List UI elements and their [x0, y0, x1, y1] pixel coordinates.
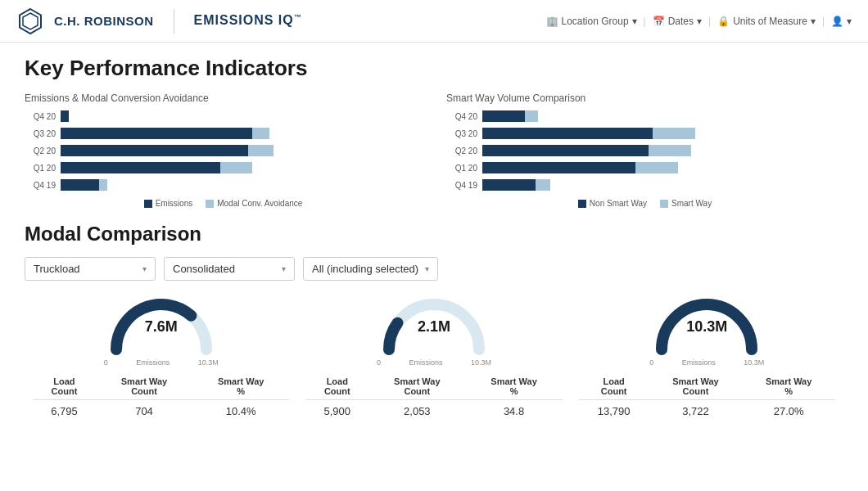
svg-marker-1	[23, 13, 38, 29]
logo-text: C.H. ROBINSON	[54, 14, 154, 28]
logo-icon	[16, 7, 44, 35]
legend-color-emissions	[144, 200, 152, 208]
main-content: Key Performance Indicators Emissions & M…	[0, 43, 868, 430]
gauge-label: Emissions	[682, 358, 716, 367]
bar-row: Q3 20	[25, 126, 422, 141]
dropdown-consolidated[interactable]: Consolidated ▾	[164, 257, 295, 281]
stats-cell: 5,900	[305, 400, 368, 418]
bar-container	[482, 145, 843, 156]
stats-cell: 2,053	[368, 400, 465, 418]
gauge-min: 0	[649, 358, 653, 367]
stats-block: LoadCountSmart WayCountSmart Way%13,7903…	[571, 373, 843, 417]
gauge-wrapper: 2.1M	[377, 294, 491, 355]
dropdown-all[interactable]: All (including selected) ▾	[303, 257, 438, 281]
bar-container	[61, 162, 422, 173]
bar-segment-primary	[61, 179, 99, 191]
bar-container	[61, 110, 422, 122]
chart-smartway: Smart Way Volume Comparison Q4 20Q3 20Q2…	[446, 92, 843, 208]
chart1-legend: Emissions Modal Conv. Avoidance	[25, 199, 422, 208]
bar-label: Q1 20	[446, 164, 477, 173]
units-btn[interactable]: 🔒 Units of Measure ▾	[717, 16, 816, 27]
stats-col-header: Smart Way%	[465, 373, 562, 400]
stats-table: LoadCountSmart WayCountSmart Way%5,9002,…	[305, 373, 562, 417]
stats-cell: 3,722	[649, 400, 743, 418]
charts-row: Emissions & Modal Conversion Avoidance Q…	[25, 92, 843, 208]
bar-segment-secondary	[525, 110, 538, 122]
bar-row: Q2 20	[446, 143, 843, 158]
chevron-down-icon: ▾	[632, 16, 637, 27]
bar-segment-secondary	[248, 145, 274, 156]
bar-segment-secondary	[635, 162, 678, 173]
gauge-min: 0	[377, 358, 381, 367]
bar-segment-secondary	[649, 145, 691, 156]
chart2-title: Smart Way Volume Comparison	[446, 92, 843, 104]
bar-label: Q2 20	[25, 146, 56, 155]
bar-segment-primary	[482, 110, 525, 122]
stats-cell: 704	[96, 400, 192, 418]
header: C.H. ROBINSON EMISSIONS IQ™ 🏢 Location G…	[0, 0, 868, 43]
chart1-title: Emissions & Modal Conversion Avoidance	[25, 92, 422, 104]
bar-row: Q1 20	[25, 160, 422, 175]
dropdown-truckload[interactable]: Truckload ▾	[25, 257, 156, 281]
stats-cell: 34.8	[465, 400, 562, 418]
calendar-icon: 📅	[653, 16, 665, 27]
bar-segment-secondary	[252, 128, 269, 139]
bar-row: Q4 20	[25, 109, 422, 124]
bar-container	[482, 179, 843, 191]
bar-container	[61, 179, 422, 191]
gauge-value: 2.1M	[418, 318, 450, 336]
brand-text: EMISSIONS IQ™	[194, 13, 302, 28]
gauge-label: Emissions	[409, 358, 442, 367]
gauges-row: 7.6M0Emissions10.3MLoadCountSmart WayCou…	[25, 294, 843, 417]
bar-segment-primary	[61, 145, 248, 156]
bar-segment-secondary	[653, 128, 695, 139]
legend-color-nonsmart	[578, 200, 586, 208]
chart2-bars: Q4 20Q3 20Q2 20Q1 20Q4 19	[446, 109, 843, 192]
chart1-bars: Q4 20Q3 20Q2 20Q1 20Q4 19	[25, 109, 422, 192]
chevron-down-icon: ▾	[811, 16, 816, 27]
legend-non-smart: Non Smart Way	[578, 199, 647, 208]
bar-row: Q4 20	[446, 109, 843, 124]
gauge-max: 10.3M	[471, 358, 491, 367]
gauge-min: 0	[104, 358, 108, 367]
bar-row: Q1 20	[446, 160, 843, 175]
stats-col-header: Smart WayCount	[96, 373, 192, 400]
stats-table: LoadCountSmart WayCountSmart Way%13,7903…	[579, 373, 835, 417]
bar-container	[482, 162, 843, 173]
dates-btn[interactable]: 📅 Dates ▾	[653, 16, 702, 27]
bar-segment-primary	[61, 162, 220, 173]
bar-label: Q3 20	[25, 129, 56, 138]
header-controls: 🏢 Location Group ▾ | 📅 Dates ▾ | 🔒 Units…	[546, 16, 852, 27]
stats-cell: 10.4%	[192, 400, 289, 418]
lock-icon: 🔒	[717, 16, 730, 27]
stats-block: LoadCountSmart WayCountSmart Way%5,9002,…	[297, 373, 570, 417]
logo-divider	[174, 9, 174, 34]
chart-emissions: Emissions & Modal Conversion Avoidance Q…	[25, 92, 422, 208]
chevron-down-icon: ▾	[847, 16, 852, 27]
modal-comparison-title: Modal Comparison	[25, 223, 843, 246]
bar-label: Q4 20	[25, 112, 56, 121]
location-group-btn[interactable]: 🏢 Location Group ▾	[546, 16, 637, 27]
bar-segment-primary	[61, 110, 69, 122]
bar-label: Q2 20	[446, 146, 477, 155]
gauge-max: 10.3M	[744, 358, 764, 367]
building-icon: 🏢	[546, 16, 558, 27]
stats-cell: 27.0%	[742, 400, 835, 418]
bar-row: Q4 19	[446, 178, 843, 192]
bar-segment-secondary	[220, 162, 252, 173]
bar-container	[61, 128, 422, 139]
modal-dropdowns: Truckload ▾ Consolidated ▾ All (includin…	[25, 257, 843, 281]
bar-label: Q4 19	[25, 181, 56, 190]
gauge-min-max: 0Emissions10.3M	[377, 358, 491, 367]
stats-col-header: Smart WayCount	[649, 373, 743, 400]
chevron-down-icon: ▾	[282, 264, 286, 273]
user-btn[interactable]: 👤 ▾	[831, 16, 852, 27]
legend-color-smart	[660, 200, 668, 208]
bar-container	[61, 145, 422, 156]
chart2-legend: Non Smart Way Smart Way	[446, 199, 843, 208]
bar-label: Q1 20	[25, 164, 56, 173]
legend-modal: Modal Conv. Avoidance	[206, 199, 302, 208]
legend-smart: Smart Way	[660, 199, 712, 208]
gauge-value: 7.6M	[145, 318, 178, 336]
bar-row: Q4 19	[25, 178, 422, 192]
